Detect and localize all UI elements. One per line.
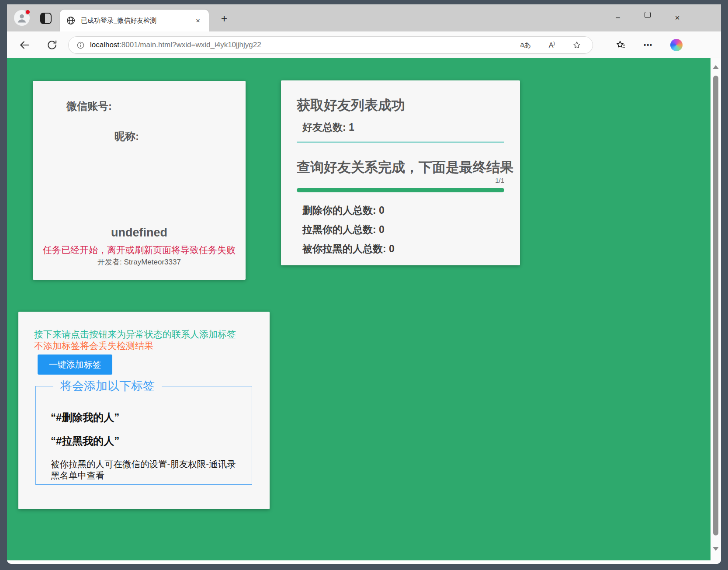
tag-instruction-text: 接下来请点击按钮来为异常状态的联系人添加标签 [34, 328, 236, 341]
tag-list-fieldset: 将会添加以下标签 “#删除我的人” “#拉黑我的人” 被你拉黑的人可在微信的设置… [35, 378, 252, 485]
tag-warning-text: 不添加标签将会丢失检测结果 [34, 340, 153, 352]
close-icon[interactable]: × [671, 12, 683, 24]
minimize-icon[interactable]: − [612, 12, 624, 24]
add-tags-button[interactable]: 一键添加标签 [38, 355, 112, 375]
teal-divider [297, 142, 504, 142]
new-tab-icon[interactable]: + [218, 12, 231, 25]
query-result-header: 查询好友关系完成，下面是最终结果 [297, 158, 513, 177]
page-scrollbar[interactable] [711, 58, 721, 564]
page-background: 微信账号: 昵称: undefined 任务已经开始，离开或刷新页面将导致任务失… [7, 58, 711, 560]
scrollbar-thumb[interactable] [713, 76, 718, 535]
friend-total-text: 好友总数: 1 [302, 121, 354, 134]
url-text: localhost:8001/main.html?wxid=wxid_i4yk1… [90, 41, 261, 49]
scroll-down-icon[interactable] [713, 547, 719, 551]
url-host: localhost [90, 41, 119, 49]
scroll-up-icon[interactable] [713, 65, 719, 69]
copilot-icon[interactable] [670, 39, 683, 51]
more-dots-icon[interactable]: ••• [644, 42, 653, 49]
blocked-you-count-text: 拉黑你的人总数: 0 [302, 223, 385, 236]
profile-avatar-icon[interactable] [14, 10, 30, 26]
tag-item-deleted: “#删除我的人” [51, 410, 237, 424]
tag-card: 接下来请点击按钮来为异常状态的联系人添加标签 不添加标签将会丢失检测结果 一键添… [18, 312, 270, 509]
browser-window: 已成功登录_微信好友检测 × + − × [7, 4, 721, 564]
friend-list-header: 获取好友列表成功 [297, 96, 405, 115]
globe-icon [66, 16, 76, 25]
tab-strip: 已成功登录_微信好友检测 × + − × [7, 4, 721, 31]
browser-toolbar: localhost:8001/main.html?wxid=wxid_i4yk1… [7, 31, 721, 58]
active-tab[interactable]: 已成功登录_微信好友检测 × [60, 10, 209, 31]
maximize-icon[interactable] [641, 12, 654, 24]
back-arrow-icon[interactable] [18, 39, 31, 51]
progress-count-label: 1/1 [495, 177, 504, 184]
translate-icon[interactable]: aあ [520, 42, 531, 49]
read-aloud-icon[interactable]: A) [549, 41, 555, 49]
favorite-star-icon[interactable] [572, 41, 581, 49]
nickname-label: 昵称: [114, 129, 139, 143]
you-blocked-count-text: 被你拉黑的人总数: 0 [302, 242, 395, 256]
browser-frame: 已成功登录_微信好友检测 × + − × [0, 0, 728, 570]
page-viewport: 微信账号: 昵称: undefined 任务已经开始，离开或刷新页面将导致任务失… [7, 58, 721, 564]
address-bar[interactable]: localhost:8001/main.html?wxid=wxid_i4yk1… [68, 36, 593, 54]
info-icon[interactable] [76, 41, 85, 49]
window-controls: − × [612, 4, 683, 31]
wechat-account-label: 微信账号: [66, 99, 112, 113]
task-warning-text: 任务已经开始，离开或刷新页面将导致任务失败 [33, 244, 246, 256]
developer-text: 开发者: StrayMeteor3337 [33, 257, 246, 267]
tab-close-icon[interactable]: × [193, 16, 203, 25]
notification-dot-icon [25, 9, 31, 15]
account-card: 微信账号: 昵称: undefined 任务已经开始，离开或刷新页面将导致任务失… [33, 81, 246, 280]
url-path: :8001/main.html?wxid=wxid_i4yk10jjhjyg22 [119, 41, 261, 49]
tag-item-blocked: “#拉黑我的人” [51, 434, 237, 448]
refresh-icon[interactable] [46, 39, 58, 51]
tab-layout-icon[interactable] [40, 13, 52, 24]
favorites-hub-icon[interactable] [616, 40, 626, 50]
result-card: 获取好友列表成功 好友总数: 1 查询好友关系完成，下面是最终结果 1/1 删除… [281, 80, 520, 265]
tab-title: 已成功登录_微信好友检测 [81, 17, 193, 25]
progress-bar [297, 188, 504, 192]
deleted-count-text: 删除你的人总数: 0 [302, 204, 385, 217]
blacklist-note-text: 被你拉黑的人可在微信的设置-朋友权限-通讯录黑名单中查看 [51, 459, 236, 481]
tag-list-legend: 将会添加以下标签 [53, 378, 162, 394]
account-value-text: undefined [33, 226, 246, 240]
